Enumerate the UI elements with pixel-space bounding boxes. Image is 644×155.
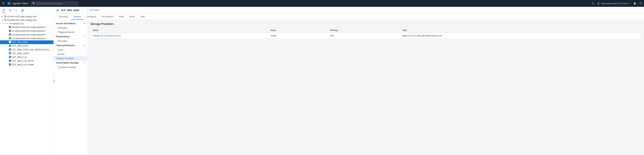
- nav-item-triggered-alarms[interactable]: Triggered Alarms: [54, 30, 88, 34]
- table-col-state[interactable]: State▾: [268, 28, 328, 33]
- tree-item-vcf-ora-bins[interactable]: VCF_ORA_BINS: [0, 40, 54, 44]
- tab-vms[interactable]: VMs: [138, 14, 147, 20]
- storage-providers-table: NameState▾Priority▾URL▾ NetApp-VP (curre…: [90, 28, 641, 38]
- tab-files[interactable]: Files: [117, 14, 126, 20]
- sidebar: ⊞ ☰ ≡ 🌐 ▶🖥vcf-m01-vc01.sddc.netapp.com▼🖥…: [0, 7, 54, 155]
- nav-item-events[interactable]: Events: [54, 52, 88, 56]
- tree-chevron-icon: ▶: [1, 16, 4, 17]
- server-icon: 🖥: [4, 19, 6, 21]
- datastore-icon: [9, 30, 11, 32]
- tree-item-vcf-m01[interactable]: ▶🖥vcf-m01-vc01.sddc.netapp.com: [0, 15, 54, 18]
- datastore-icon: ▣: [56, 9, 59, 12]
- table-row[interactable]: NetApp-VP (currently active)Active255htt…: [90, 33, 641, 38]
- tree-item-vcf-ora-data[interactable]: VCF_ORA_DATA: [0, 44, 54, 48]
- tree-item-label: vcf-wkld-esx02-esx-install-datastore: [12, 30, 46, 32]
- nav-chevron-icon: ▾: [84, 44, 85, 46]
- tree-item-esx03[interactable]: vcf-wkld-esx03-esx-install-datastore: [0, 33, 54, 36]
- top-bar: ☰ vSphere Client 🔍 Search in all environ…: [0, 0, 644, 7]
- datastore-icon: [9, 60, 11, 62]
- nav-item-all-issues[interactable]: All Issues: [54, 26, 88, 30]
- tree-item-vcf-wkld-04-nvme[interactable]: VCF_WKLD_04_NVMe: [0, 63, 54, 66]
- nav-section-cloud-native-storage[interactable]: Cloud Native Storage▾: [54, 60, 88, 65]
- datastore-icon: [9, 37, 11, 40]
- nav-section-issues-alarms[interactable]: Issues and Alarms▾: [54, 21, 88, 26]
- nav-chevron-icon: ▾: [84, 36, 85, 38]
- nav-item-container-volumes[interactable]: Container Volumes: [54, 65, 88, 69]
- tree-item-label: vcf-wkld-esx04-esx-install-datastore: [12, 37, 46, 40]
- nav-section-performance[interactable]: Performance▾: [54, 34, 88, 39]
- top-bar-right: ↻ 👤 Administrator@VCF.LOCAL ▾ 🔔 ?: [592, 2, 642, 5]
- main-layout: ⊞ ☰ ≡ 🌐 ▶🖥vcf-m01-vc01.sddc.netapp.com▼🖥…: [0, 7, 644, 155]
- tree-item-vcf-wkld-01-dc[interactable]: ▼📁vcf-wkld-01-DC: [0, 22, 54, 26]
- tree-item-vcf-ora-logs[interactable]: VCF_ORA_LOGS: [0, 52, 54, 55]
- tree-item-vcf-ora-data-vvol[interactable]: VCF_ORA_DATA_vVol_20240718115057166: [0, 48, 54, 52]
- nav-section-label: Tasks and Events: [56, 44, 74, 47]
- object-header: ▣ VCF_ORA_BINS | ⋮ ACTIONS: [54, 7, 644, 14]
- datastore-icon: [9, 34, 11, 36]
- vsphere-logo-icon: [7, 2, 11, 5]
- sidebar-collapse-button[interactable]: ◀: [52, 79, 55, 82]
- tree-item-label: VCF_ORA_LOGS: [12, 52, 29, 55]
- tree-item-label: vcf-wkld-esx01-esx-install-datastore: [12, 26, 46, 28]
- nav-section-tasks-events[interactable]: Tasks and Events▾: [54, 43, 88, 48]
- filter-icon[interactable]: ▾: [276, 30, 277, 31]
- datastore-icon: [9, 63, 11, 66]
- datastore-icon: [9, 48, 11, 51]
- table-cell-state: Active: [268, 33, 328, 38]
- user-info[interactable]: 👤 Administrator@VCF.LOCAL ▾: [597, 2, 630, 5]
- nav-item-tasks[interactable]: Tasks: [54, 48, 88, 52]
- tab-configure[interactable]: Configure: [84, 14, 98, 20]
- sidebar-icon-storage[interactable]: ≡: [15, 8, 18, 12]
- tree-item-esx02[interactable]: vcf-wkld-esx02-esx-install-datastore: [0, 29, 54, 33]
- help-icon[interactable]: ?: [639, 2, 642, 5]
- datastore-icon: [9, 26, 11, 28]
- tab-hosts[interactable]: Hosts: [127, 14, 137, 20]
- datastore-icon: [9, 41, 11, 44]
- main-content: Storage Providers NameState▾Priority▾URL…: [88, 20, 644, 155]
- tab-summary[interactable]: Summary: [56, 14, 71, 20]
- nav-section-label: Cloud Native Storage: [56, 62, 78, 64]
- tree-item-label: vcf-wkld-esx03-esx-install-datastore: [12, 34, 46, 36]
- datastore-icon: [9, 45, 11, 47]
- sidebar-icon-globe[interactable]: 🌐: [20, 9, 25, 12]
- table-body: NetApp-VP (currently active)Active255htt…: [90, 33, 641, 38]
- refresh-icon[interactable]: ↻: [592, 2, 594, 5]
- nav-chevron-icon: ▾: [84, 62, 85, 64]
- tab-permissions[interactable]: Permissions: [99, 14, 116, 20]
- sidebar-icon-list[interactable]: ☰: [8, 8, 12, 12]
- actions-button[interactable]: ⋮ ACTIONS: [85, 8, 101, 12]
- search-icon: 🔍: [32, 2, 35, 5]
- tree-item-vcf-wkld-03-iscsi[interactable]: VCF_WKLD_03_iSCSI: [0, 59, 54, 63]
- table-col-url[interactable]: URL▾: [400, 28, 641, 33]
- actions-icon: ⋮: [87, 9, 89, 12]
- filter-icon[interactable]: ▾: [408, 30, 408, 31]
- tree-item-vcf-wkld-vc01[interactable]: ▼🖥vcf-wkld-vc01.sddc.netapp.com: [0, 18, 54, 22]
- tree-item-vcf-wkld-01[interactable]: VCF_WKLD_01: [0, 55, 54, 59]
- nav-chevron-icon: ▾: [84, 22, 85, 24]
- tree-chevron-icon: ▼: [4, 23, 6, 24]
- menu-icon[interactable]: ☰: [2, 2, 4, 5]
- table-cell-url: https://172.21.166.149:9083/version.xml: [400, 33, 641, 38]
- search-placeholder: Search in all environments: [36, 2, 63, 5]
- notification-icon[interactable]: 🔔: [633, 2, 636, 5]
- sidebar-icon-grid[interactable]: ⊞: [2, 8, 6, 12]
- content-area: ▣ VCF_ORA_BINS | ⋮ ACTIONS SummaryMonito…: [54, 7, 644, 155]
- tab-monitor[interactable]: Monitor: [71, 14, 84, 20]
- tree-item-esx01[interactable]: vcf-wkld-esx01-esx-install-datastore: [0, 26, 54, 29]
- server-icon: 🖥: [4, 15, 6, 18]
- nav-section-label: Issues and Alarms: [56, 22, 76, 25]
- section-title: Storage Providers: [90, 22, 641, 26]
- user-icon: 👤: [597, 2, 600, 5]
- table-header-row: NameState▾Priority▾URL▾: [90, 28, 641, 33]
- tree-item-label: VCF_WKLD_04_NVMe: [12, 64, 34, 66]
- nav-section-storage-providers[interactable]: Storage Providers: [54, 56, 88, 60]
- tree-item-esx04[interactable]: vcf-wkld-esx04-esx-install-datastore: [0, 36, 54, 40]
- left-nav: Issues and Alarms▾All IssuesTriggered Al…: [54, 20, 88, 155]
- nav-item-overview[interactable]: Overview: [54, 39, 88, 43]
- table-col-priority[interactable]: Priority▾: [328, 28, 400, 33]
- search-bar[interactable]: 🔍 Search in all environments: [31, 1, 78, 6]
- app-name: vSphere Client: [12, 2, 28, 5]
- filter-icon[interactable]: ▾: [338, 30, 339, 31]
- tree-item-label: VCF_WKLD_01: [12, 56, 27, 58]
- user-name: Administrator@VCF.LOCAL: [601, 2, 628, 5]
